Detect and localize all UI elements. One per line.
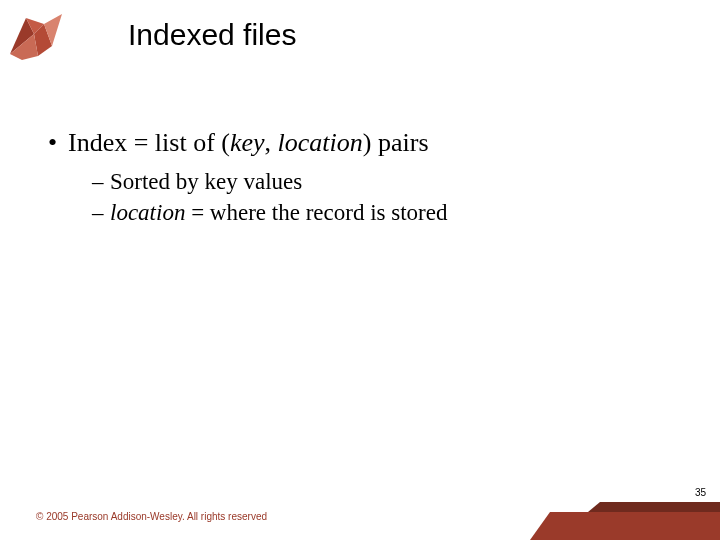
sub-text: location = where the record is stored — [110, 197, 447, 228]
sub-marker: – — [92, 166, 110, 197]
copyright-text: © 2005 Pearson Addison-Wesley. All right… — [36, 511, 267, 522]
text-fragment: , — [265, 128, 278, 157]
text-fragment: Index = list of ( — [68, 128, 230, 157]
footer-accent-bar — [550, 512, 720, 540]
sub-bullet-list: – Sorted by key values – location = wher… — [92, 166, 668, 228]
bullet-marker: • — [48, 128, 68, 158]
origami-crane-logo — [4, 4, 68, 68]
footer-accent-shadow — [600, 502, 720, 512]
text-fragment: = where the record is stored — [185, 200, 447, 225]
sub-bullet: – location = where the record is stored — [92, 197, 668, 228]
text-key-italic: key — [230, 128, 265, 157]
text-fragment: ) pairs — [363, 128, 429, 157]
text-location-italic: location — [278, 128, 363, 157]
bullet-main: • Index = list of (key, location) pairs — [48, 128, 668, 158]
bullet-text: Index = list of (key, location) pairs — [68, 128, 429, 158]
page-number: 35 — [695, 487, 706, 498]
sub-bullet: – Sorted by key values — [92, 166, 668, 197]
text-location-italic: location — [110, 200, 185, 225]
sub-text: Sorted by key values — [110, 166, 302, 197]
slide-content: • Index = list of (key, location) pairs … — [48, 128, 668, 228]
sub-marker: – — [92, 197, 110, 228]
slide-title: Indexed files — [128, 18, 296, 52]
